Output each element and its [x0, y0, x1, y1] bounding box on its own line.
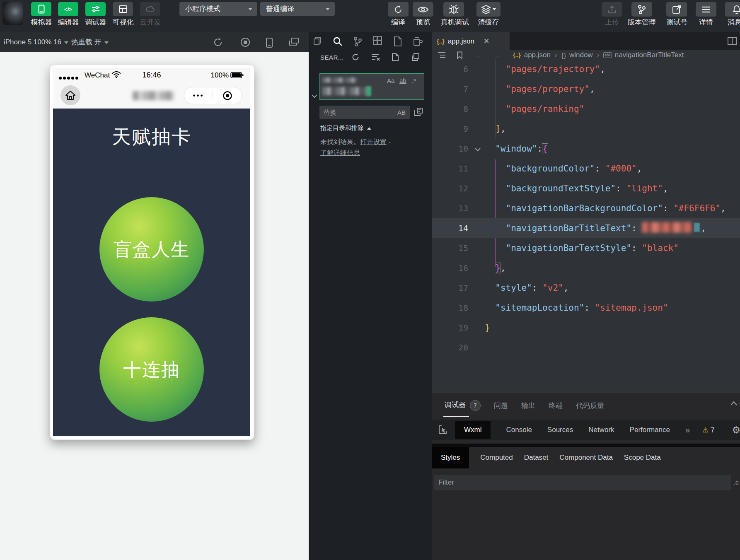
line-number[interactable]: 6	[432, 59, 468, 79]
devtools-tab-performance[interactable]: Performance	[630, 426, 670, 434]
open-settings-link[interactable]: 打开设置	[360, 138, 387, 145]
user-avatar[interactable]	[2, 2, 23, 25]
line-number[interactable]: 20	[432, 338, 468, 357]
replace-input[interactable]: 替换 AB	[319, 106, 410, 119]
cls-toggle-partial[interactable]: .c	[733, 475, 739, 490]
line-number[interactable]: 12	[432, 179, 468, 198]
split-editor-icon[interactable]	[728, 37, 737, 45]
home-button[interactable]	[60, 85, 80, 105]
visual-button[interactable]	[113, 2, 133, 16]
hot-reload-dropdown[interactable]: 热重载 开	[71, 32, 109, 52]
code-line-8[interactable]: 8 "pages/ranking"	[432, 99, 740, 119]
new-search-editor-icon[interactable]	[391, 53, 399, 61]
line-number[interactable]: 16	[432, 258, 468, 278]
close-icon[interactable]: ✕	[484, 37, 489, 46]
devtools-tab-network[interactable]: Network	[588, 426, 614, 434]
preserve-case-icon[interactable]: AB	[397, 106, 406, 119]
search-directory-toggle[interactable]: 指定目录和排除	[320, 124, 371, 132]
compile-button[interactable]	[388, 2, 409, 17]
debugger-tab-2[interactable]: 问题	[494, 401, 508, 410]
draw-button-ten-pull[interactable]: 十连抽	[99, 317, 204, 422]
cascade-windows-icon[interactable]	[288, 37, 298, 47]
inspector-tab-computed[interactable]: Computed	[480, 454, 513, 462]
devtools-tab-console[interactable]: Console	[506, 426, 532, 434]
preview-button[interactable]	[413, 2, 433, 17]
source-control-icon[interactable]	[352, 36, 363, 47]
line-number[interactable]: 9	[432, 119, 468, 139]
debugger-tab-3[interactable]: 输出	[521, 401, 535, 410]
page-icon[interactable]	[393, 36, 404, 47]
compile-mode-dropdown[interactable]: 普通编译	[260, 2, 335, 16]
line-number[interactable]: 13	[432, 198, 468, 218]
whole-word-icon[interactable]: ab	[399, 77, 406, 84]
fold-chevron-icon[interactable]	[472, 139, 484, 159]
inspector-tab-scope-data[interactable]: Scope Data	[624, 454, 661, 462]
inspector-tab-styles[interactable]: Styles	[432, 447, 469, 468]
code-line-9[interactable]: 9 ],	[432, 119, 740, 139]
extensions-icon[interactable]	[372, 36, 383, 47]
version-button[interactable]	[631, 2, 652, 17]
code-line-7[interactable]: 7 "pages/property",	[432, 79, 740, 99]
line-number[interactable]: 18	[432, 298, 468, 318]
replace-all-icon[interactable]	[414, 107, 423, 116]
coffee-icon[interactable]	[412, 36, 423, 47]
gear-icon[interactable]: ⚙	[732, 425, 740, 436]
line-number[interactable]: 7	[432, 79, 468, 99]
more-dots-icon[interactable]: •••	[184, 87, 213, 104]
line-number[interactable]: 15	[432, 238, 468, 258]
inspector-tab-component-data[interactable]: Component Data	[559, 454, 613, 462]
code-line-6[interactable]: 6 "pages/trajectory",	[432, 59, 740, 79]
refresh-search-icon[interactable]	[351, 53, 360, 61]
collapse-panel-chevron-icon[interactable]	[730, 401, 738, 406]
breadcrumb-leaf[interactable]: navigationBarTitleText	[615, 51, 684, 59]
match-case-icon[interactable]: Aa	[387, 77, 394, 84]
debugger-tab-1[interactable]: 调试器7	[445, 400, 481, 411]
code-line-19[interactable]: 19}	[432, 318, 740, 338]
inspect-element-icon[interactable]	[438, 425, 448, 435]
upload-button[interactable]	[602, 2, 622, 17]
back-arrow-icon[interactable]: ←	[476, 51, 484, 60]
open-in-editor-icon[interactable]	[411, 53, 420, 61]
device-dropdown[interactable]: iPhone 5 100% 16	[4, 32, 68, 52]
search-input[interactable]: Aa ab .*	[319, 73, 424, 100]
simulator-button[interactable]	[31, 2, 51, 16]
test-account-button[interactable]	[666, 2, 687, 17]
devtools-tab-sources[interactable]: Sources	[547, 426, 573, 434]
capsule-button[interactable]: •••	[184, 87, 242, 104]
inspector-tab-dataset[interactable]: Dataset	[524, 454, 549, 462]
code-line-13[interactable]: 13 "navigationBarBackgroundColor": "#F6F…	[432, 198, 740, 218]
cloud-dev-button[interactable]	[140, 2, 160, 16]
editor-button[interactable]: </>	[58, 2, 78, 16]
clear-results-icon[interactable]	[371, 53, 380, 61]
clear-cache-button[interactable]	[476, 2, 501, 17]
code-line-14[interactable]: 14 "navigationBarTitleText": ,	[432, 218, 740, 238]
line-number[interactable]: 8	[432, 99, 468, 119]
mode-dropdown[interactable]: 小程序模式	[179, 2, 257, 16]
regex-icon[interactable]: .*	[412, 77, 416, 84]
more-tabs-icon[interactable]: »	[685, 425, 690, 435]
debugger-button[interactable]	[85, 2, 106, 16]
code-line-12[interactable]: 12 "backgroundTextStyle": "light",	[432, 179, 740, 198]
bookmark-icon[interactable]	[457, 51, 465, 59]
code-area[interactable]: 6 "pages/trajectory",7 "pages/property",…	[432, 59, 740, 393]
devtools-tab-wxml[interactable]: Wxml	[455, 421, 491, 439]
device-debug-button[interactable]	[443, 2, 464, 17]
line-number[interactable]: 19	[432, 318, 468, 338]
breadcrumb-file[interactable]: app.json	[524, 51, 551, 59]
record-icon[interactable]	[240, 37, 250, 47]
style-filter-input[interactable]: Filter	[434, 475, 731, 490]
outline-list-icon[interactable]	[438, 51, 446, 59]
line-number[interactable]: 17	[432, 278, 468, 298]
debugger-tab-5[interactable]: 代码质量	[576, 401, 604, 410]
code-line-15[interactable]: 15 "navigationBarTextStyle": "black"	[432, 238, 740, 258]
warning-badge[interactable]: ⚠ 7	[702, 426, 714, 434]
code-line-18[interactable]: 18 "sitemapLocation": "sitemap.json"	[432, 298, 740, 318]
search-icon[interactable]	[332, 36, 343, 47]
debugger-tab-4[interactable]: 终端	[549, 401, 563, 410]
draw-button-blind-box[interactable]: 盲盒人生	[99, 197, 204, 302]
breadcrumb-node[interactable]: window	[569, 51, 593, 59]
rotate-icon[interactable]	[213, 37, 223, 47]
line-number[interactable]: 10	[432, 139, 468, 159]
line-number[interactable]: 11	[432, 159, 468, 179]
exit-target-icon[interactable]	[213, 91, 242, 101]
